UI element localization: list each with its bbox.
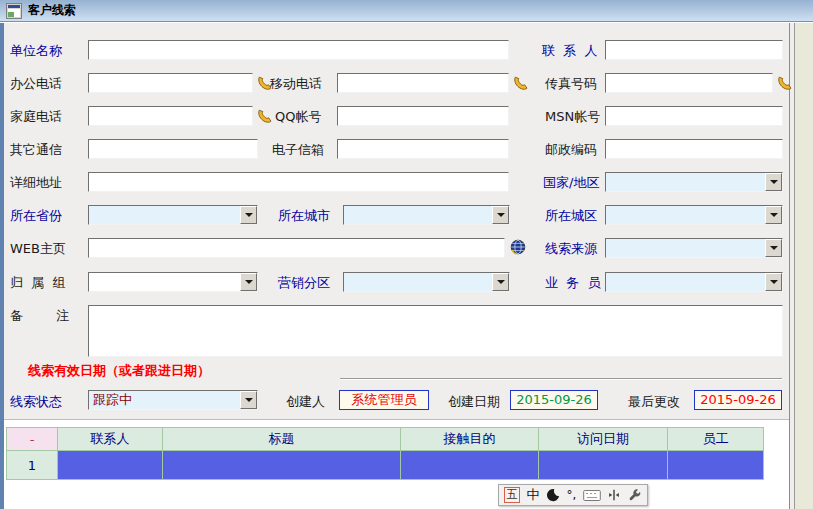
remarks-textarea[interactable] xyxy=(89,306,782,356)
web-homepage-label: WEB主页 xyxy=(10,240,66,257)
dropdown-arrow-icon[interactable] xyxy=(240,206,257,224)
lead-status-label: 线索状态 xyxy=(10,393,62,410)
dropdown-arrow-icon[interactable] xyxy=(765,239,782,257)
visits-col-staff: 员工 xyxy=(668,428,764,451)
company-name-label: 单位名称 xyxy=(10,42,62,59)
contact-person-input[interactable] xyxy=(606,41,782,59)
web-homepage-field xyxy=(88,238,505,258)
wubi-input-method-icon[interactable]: 五 xyxy=(504,487,520,503)
fullwidth-moon-icon[interactable] xyxy=(546,488,560,502)
staff-cell[interactable] xyxy=(668,451,764,480)
postal-code-field xyxy=(605,139,783,159)
visit-date-cell[interactable] xyxy=(539,451,668,480)
home-phone-field xyxy=(88,106,253,126)
salesperson-label: 业 务 员 xyxy=(545,274,601,291)
visits-table-header-row: - 联系人 标题 接触目的 访问日期 员工 xyxy=(7,428,764,451)
window-title: 客户线索 xyxy=(28,2,76,19)
country-region-select[interactable] xyxy=(605,172,783,192)
dropdown-arrow-icon[interactable] xyxy=(765,173,782,191)
group-label: 归 属 组 xyxy=(10,274,66,291)
email-field xyxy=(337,139,509,159)
dial-phone-icon[interactable] xyxy=(513,75,529,91)
lead-status-value: 跟踪中 xyxy=(89,391,240,409)
create-date-label: 创建日期 xyxy=(448,393,500,410)
dropdown-arrow-icon[interactable] xyxy=(492,206,509,224)
create-date-box: 2015-09-26 xyxy=(510,390,598,410)
marketing-zone-select[interactable] xyxy=(343,272,510,292)
qq-account-input[interactable] xyxy=(338,107,508,125)
lead-status-select[interactable]: 跟踪中 xyxy=(88,390,258,410)
row-number-cell[interactable]: 1 xyxy=(7,451,58,480)
creator-label: 创建人 xyxy=(286,393,325,410)
address-field xyxy=(88,172,509,192)
right-gutter xyxy=(794,23,813,509)
valid-date-note: 线索有效日期（或者跟进日期） xyxy=(28,362,210,379)
city-label: 所在城市 xyxy=(278,207,330,224)
table-row[interactable]: 1 xyxy=(7,451,764,480)
mobile-phone-field xyxy=(337,73,509,93)
dropdown-arrow-icon[interactable] xyxy=(240,273,257,291)
punctuation-mode-icon[interactable]: °, xyxy=(567,488,577,502)
window-titlebar: 客户线索 xyxy=(0,0,813,22)
office-phone-label: 办公电话 xyxy=(10,75,62,92)
settings-wrench-icon[interactable] xyxy=(628,488,642,502)
contact-person-label: 联 系 人 xyxy=(542,42,598,59)
postal-code-label: 邮政编码 xyxy=(545,141,597,158)
city-select[interactable] xyxy=(343,205,510,225)
group-select[interactable] xyxy=(88,272,258,292)
title-cell[interactable] xyxy=(163,451,401,480)
visits-col-selector: - xyxy=(7,428,58,451)
district-select[interactable] xyxy=(605,205,783,225)
form-window-icon xyxy=(6,3,22,19)
dial-phone-icon[interactable] xyxy=(257,108,273,124)
toolbar-splitter-icon[interactable] xyxy=(607,488,621,502)
marketing-zone-label: 营销分区 xyxy=(278,274,330,291)
dial-phone-icon[interactable] xyxy=(777,75,793,91)
purpose-cell[interactable] xyxy=(401,451,539,480)
msn-account-label: MSN帐号 xyxy=(545,108,600,125)
company-name-input[interactable] xyxy=(89,41,508,59)
contact-cell[interactable] xyxy=(58,451,163,480)
country-region-label: 国家/地区 xyxy=(543,174,599,191)
visits-table: - 联系人 标题 接触目的 访问日期 员工 1 xyxy=(6,427,764,480)
dropdown-arrow-icon[interactable] xyxy=(765,273,782,291)
ime-toolbar: 五 中 °, xyxy=(498,484,648,506)
dropdown-arrow-icon[interactable] xyxy=(240,391,257,409)
lead-source-select[interactable] xyxy=(605,238,783,258)
email-label: 电子信箱 xyxy=(272,141,324,158)
visits-col-purpose: 接触目的 xyxy=(401,428,539,451)
email-input[interactable] xyxy=(338,140,508,158)
separator-line xyxy=(340,378,782,380)
chinese-mode-toggle[interactable]: 中 xyxy=(527,487,540,503)
visits-col-visit-date: 访问日期 xyxy=(539,428,668,451)
qq-account-label: QQ帐号 xyxy=(275,108,321,125)
visits-col-title: 标题 xyxy=(163,428,401,451)
last-modified-box: 2015-09-26 xyxy=(694,390,782,410)
soft-keyboard-icon[interactable] xyxy=(583,489,601,502)
contact-person-field xyxy=(605,40,783,60)
web-homepage-input[interactable] xyxy=(89,239,504,257)
other-contact-label: 其它通信 xyxy=(10,141,62,158)
remarks-label: 备 注 xyxy=(10,307,69,324)
other-contact-input[interactable] xyxy=(89,140,257,158)
salesperson-select[interactable] xyxy=(605,272,783,292)
msn-account-field xyxy=(605,106,783,126)
postal-code-input[interactable] xyxy=(606,140,782,158)
mobile-phone-input[interactable] xyxy=(338,74,508,92)
office-phone-input[interactable] xyxy=(89,74,252,92)
web-globe-icon[interactable] xyxy=(510,239,526,255)
fax-number-label: 传真号码 xyxy=(545,75,597,92)
fax-number-input[interactable] xyxy=(606,74,772,92)
msn-account-input[interactable] xyxy=(606,107,782,125)
dropdown-arrow-icon[interactable] xyxy=(765,206,782,224)
lead-source-label: 线索来源 xyxy=(545,240,597,257)
province-select[interactable] xyxy=(88,205,258,225)
dropdown-arrow-icon[interactable] xyxy=(492,273,509,291)
address-input[interactable] xyxy=(89,173,508,191)
customer-lead-window: 客户线索 单位名称 联 系 人 办公电话 移动电话 传真号码 家庭电话 QQ帐号… xyxy=(0,0,813,509)
remarks-field xyxy=(88,305,783,357)
home-phone-label: 家庭电话 xyxy=(10,108,62,125)
qq-account-field xyxy=(337,106,509,126)
home-phone-input[interactable] xyxy=(89,107,252,125)
other-contact-field xyxy=(88,139,258,159)
